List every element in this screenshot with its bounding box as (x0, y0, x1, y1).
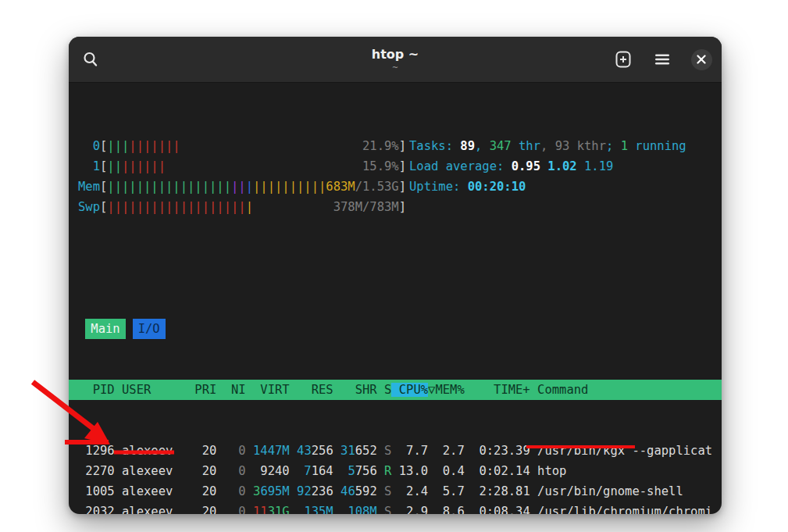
tab-io[interactable]: I/O (133, 319, 166, 339)
process-table-header[interactable]: PID USER PRI NI VIRT RES SHR S CPU%▽MEM%… (69, 380, 722, 400)
close-icon (691, 49, 712, 70)
search-icon[interactable] (80, 48, 102, 70)
htop-screen: 0[|||||||||| 21.9%] 1[|||||||| 15.9%]Mem… (69, 83, 722, 514)
screen-tabs: MainI/O (78, 319, 712, 339)
blank-line (78, 258, 712, 278)
new-tab-button[interactable] (612, 48, 634, 70)
meter-swp: Swp[|||||||||||||||||||| 378M/783M] (78, 197, 406, 217)
menu-button[interactable] (651, 48, 673, 70)
window-title: htop ~ (372, 48, 419, 62)
meter-mem: Mem[||||||||||||||||||||||||||||||683M/1… (78, 177, 406, 197)
meter-0: 0[|||||||||| 21.9%] (78, 136, 406, 156)
window-subtitle: ~ (392, 63, 398, 72)
uptime-line: Uptime: 00:20:10 (409, 177, 686, 197)
titlebar: htop ~ ~ (69, 37, 722, 83)
meter-1: 1[|||||||| 15.9%] (78, 156, 406, 177)
terminal-window: htop ~ ~ (69, 37, 722, 514)
process-row[interactable]: 2270 alexeev 20 0 9240 7164 5756 R 13.0 … (69, 461, 722, 481)
system-info: Tasks: 89, 347 thr, 93 kthr; 1 runningLo… (409, 136, 686, 217)
process-row[interactable]: 1296 alexeev 20 0 1447M 43256 31652 S 7.… (69, 441, 722, 461)
system-meters: 0[|||||||||| 21.9%] 1[|||||||| 15.9%]Mem… (78, 136, 406, 217)
close-button[interactable] (690, 48, 712, 70)
process-row[interactable]: 2032 alexeev 20 0 1131G 135M 108M S 2.9 … (69, 502, 722, 514)
tasks-line: Tasks: 89, 347 thr, 93 kthr; 1 running (409, 136, 686, 156)
load-average-line: Load average: 0.95 1.02 1.19 (409, 156, 686, 177)
tab-main[interactable]: Main (85, 319, 125, 339)
process-table: 1296 alexeev 20 0 1447M 43256 31652 S 7.… (78, 441, 712, 514)
process-row[interactable]: 1005 alexeev 20 0 3695M 92236 46592 S 2.… (69, 481, 722, 502)
